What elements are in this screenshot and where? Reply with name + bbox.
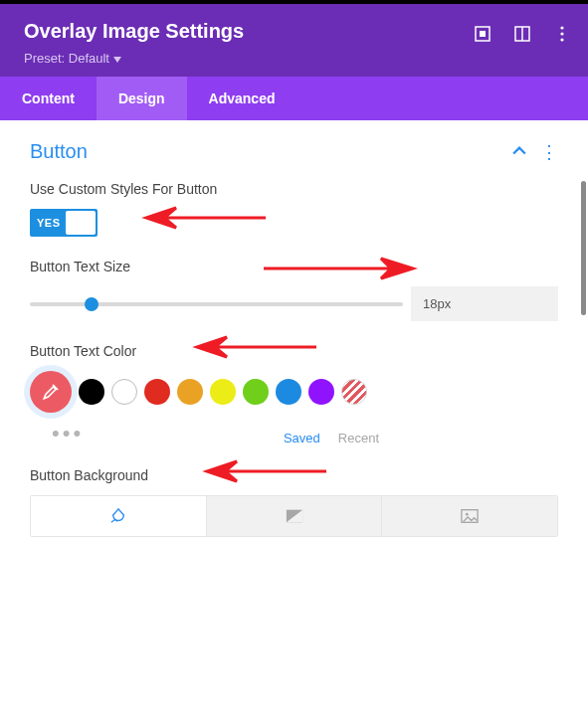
content-area: Button ⋮ Use Custom Styles For Button YE… <box>0 120 588 579</box>
slider-text-size[interactable] <box>30 294 403 314</box>
settings-header: Overlay Image Settings Preset: Default <box>0 4 588 77</box>
collapse-section-icon[interactable] <box>512 143 526 161</box>
palette-tab-recent[interactable]: Recent <box>338 431 379 445</box>
svg-point-6 <box>560 38 563 41</box>
tab-advanced[interactable]: Advanced <box>187 77 297 120</box>
svg-point-9 <box>466 513 469 516</box>
swatch-red[interactable] <box>144 379 170 405</box>
color-picker-button[interactable] <box>30 371 72 413</box>
tab-design[interactable]: Design <box>97 77 187 120</box>
svg-point-5 <box>560 32 563 35</box>
background-type-tabs <box>30 495 558 537</box>
bg-tab-image[interactable] <box>382 496 557 536</box>
caret-down-icon <box>113 51 121 66</box>
tabs: Content Design Advanced <box>0 77 588 120</box>
label-custom-styles: Use Custom Styles For Button <box>30 181 558 197</box>
scrollbar[interactable] <box>581 181 586 315</box>
swatch-purple[interactable] <box>308 379 334 405</box>
label-text-color: Button Text Color <box>30 343 558 359</box>
section-title: Button <box>30 140 88 163</box>
preset-label: Preset: Default <box>24 51 109 66</box>
toggle-knob <box>66 211 96 235</box>
kebab-menu-icon[interactable] <box>554 26 570 42</box>
tab-content[interactable]: Content <box>0 77 97 120</box>
swatches-row <box>30 371 558 413</box>
toggle-custom-styles[interactable]: YES <box>30 209 98 237</box>
text-size-input[interactable]: 18px <box>411 286 558 321</box>
bg-tab-color[interactable] <box>31 496 207 536</box>
swatch-yellow[interactable] <box>210 379 236 405</box>
swatch-black[interactable] <box>79 379 104 405</box>
bg-tab-gradient[interactable] <box>207 496 383 536</box>
swatch-blue[interactable] <box>276 379 301 405</box>
preset-dropdown[interactable]: Preset: Default <box>24 51 121 66</box>
section-menu-icon[interactable]: ⋮ <box>540 143 558 161</box>
toggle-label: YES <box>30 217 61 229</box>
label-background: Button Background <box>30 467 558 483</box>
palette-tab-saved[interactable]: Saved <box>284 431 320 445</box>
swatch-transparent[interactable] <box>341 379 367 405</box>
swatch-white[interactable] <box>111 379 137 405</box>
swatch-orange[interactable] <box>177 379 203 405</box>
responsive-settings-icon[interactable] <box>475 26 490 42</box>
pointer-arrow-1 <box>136 206 266 230</box>
panel-icon[interactable] <box>514 26 530 42</box>
svg-point-4 <box>560 26 563 29</box>
swatch-green[interactable] <box>243 379 269 405</box>
label-text-size: Button Text Size <box>30 259 558 274</box>
svg-rect-1 <box>480 31 486 37</box>
